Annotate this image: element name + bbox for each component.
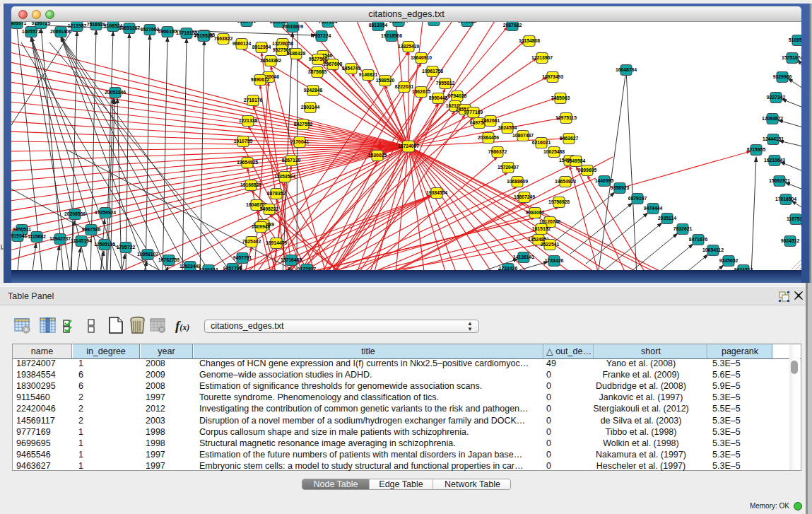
svg-text:2087682: 2087682	[503, 23, 522, 28]
svg-text:6966160: 6966160	[158, 29, 177, 34]
svg-text:5498222: 5498222	[260, 206, 279, 211]
svg-text:20364456: 20364456	[478, 135, 499, 140]
svg-text:8267130: 8267130	[282, 158, 301, 163]
svg-text:1213987: 1213987	[68, 23, 87, 28]
svg-text:8990448: 8990448	[429, 95, 448, 100]
svg-text:12213967: 12213967	[531, 55, 553, 60]
svg-text:13325419: 13325419	[398, 44, 419, 49]
svg-text:19384554: 19384554	[426, 190, 447, 195]
svg-text:8222031: 8222031	[395, 84, 414, 89]
svg-text:9329966: 9329966	[773, 74, 792, 79]
svg-text:7515526: 7515526	[194, 33, 213, 38]
svg-text:7357224: 7357224	[312, 33, 331, 38]
svg-text:19654923: 19654923	[555, 179, 576, 184]
svg-text:15716485: 15716485	[281, 257, 302, 262]
svg-text:8130334: 8130334	[199, 267, 218, 270]
svg-text:9660124: 9660124	[233, 41, 252, 46]
svg-text:9024512: 9024512	[734, 267, 753, 270]
svg-text:19218506: 19218506	[381, 33, 402, 38]
svg-text:1588520: 1588520	[376, 78, 395, 83]
svg-text:1527602: 1527602	[141, 27, 160, 32]
svg-text:10807487: 10807487	[512, 133, 534, 138]
svg-text:16782759: 16782759	[158, 257, 180, 262]
svg-text:1615152: 1615152	[532, 226, 551, 231]
svg-text:1010755: 1010755	[234, 139, 253, 144]
svg-text:18807249: 18807249	[514, 194, 535, 199]
svg-text:9474444: 9474444	[644, 206, 663, 211]
svg-text:9997586: 9997586	[82, 227, 101, 232]
svg-text:6216021: 6216021	[532, 140, 551, 145]
svg-text:6879197: 6879197	[628, 196, 647, 201]
svg-text:9463627: 9463627	[560, 136, 579, 141]
svg-text:9245021: 9245021	[458, 22, 477, 23]
svg-text:1405571: 1405571	[11, 22, 26, 25]
svg-text:7986372: 7986372	[488, 149, 507, 154]
svg-text:5109514: 5109514	[789, 37, 801, 42]
svg-text:9777169: 9777169	[464, 110, 483, 115]
svg-text:15692971: 15692971	[769, 178, 790, 183]
svg-text:9024512: 9024512	[781, 238, 800, 243]
svg-text:16543382: 16543382	[260, 58, 281, 63]
svg-text:9172937: 9172937	[298, 267, 317, 270]
svg-text:2522541: 2522541	[541, 242, 560, 247]
svg-text:16648784: 16648784	[616, 67, 637, 72]
svg-text:20691406: 20691406	[50, 29, 71, 34]
svg-text:14136141: 14136141	[513, 255, 534, 259]
svg-text:1167533: 1167533	[787, 216, 801, 221]
svg-text:11145194: 11145194	[71, 238, 92, 243]
svg-text:9245652: 9245652	[719, 258, 739, 263]
svg-text:3875685: 3875685	[308, 69, 327, 74]
svg-text:7462661: 7462661	[481, 118, 500, 123]
svg-text:10688609: 10688609	[507, 179, 528, 184]
svg-text:1440995: 1440995	[595, 178, 614, 183]
svg-text:7632621: 7632621	[673, 226, 693, 231]
svg-text:19654925: 19654925	[237, 160, 258, 165]
svg-text:12942737: 12942737	[49, 236, 71, 241]
svg-text:7625402: 7625402	[242, 239, 261, 244]
svg-text:10973493: 10973493	[542, 74, 563, 79]
svg-text:2437812: 2437812	[425, 22, 444, 23]
svg-text:8427552: 8427552	[294, 122, 313, 127]
svg-text:8912954: 8912954	[252, 45, 271, 49]
svg-text:9155725: 9155725	[32, 22, 51, 25]
svg-text:15751074: 15751074	[782, 55, 801, 60]
svg-text:16154808: 16154808	[519, 38, 540, 43]
svg-text:12093872: 12093872	[762, 116, 783, 121]
svg-text:9227342: 9227342	[767, 95, 786, 100]
svg-text:9358923: 9358923	[611, 185, 630, 190]
svg-text:2718176: 2718176	[244, 98, 263, 103]
svg-text:20053346: 20053346	[105, 90, 126, 95]
svg-text:3624554: 3624554	[498, 125, 517, 130]
svg-text:8613044: 8613044	[389, 22, 408, 23]
svg-text:2935114: 2935114	[658, 216, 676, 221]
svg-text:9457791: 9457791	[223, 266, 242, 270]
svg-text:6794028: 6794028	[448, 93, 467, 98]
svg-text:9890612: 9890612	[251, 77, 270, 82]
svg-text:10653267: 10653267	[119, 25, 140, 30]
svg-text:10958107: 10958107	[137, 252, 158, 257]
svg-text:2803144: 2803144	[301, 105, 320, 110]
svg-text:12923448: 12923448	[180, 264, 201, 269]
svg-text:9338705: 9338705	[237, 22, 257, 23]
svg-text:8813054: 8813054	[369, 23, 388, 28]
svg-text:9899695: 9899695	[578, 168, 597, 173]
svg-text:1530025: 1530025	[368, 153, 387, 158]
svg-text:1795722: 1795722	[117, 245, 136, 250]
svg-text:9084067: 9084067	[526, 210, 545, 215]
svg-text:16914479: 16914479	[266, 240, 287, 245]
svg-text:9527508: 9527508	[309, 57, 328, 62]
svg-text:16033809: 16033809	[282, 24, 303, 29]
svg-text:7663822: 7663822	[214, 36, 233, 41]
svg-text:16210643: 16210643	[764, 158, 785, 163]
svg-text:8186328: 8186328	[287, 51, 306, 56]
svg-text:18724007: 18724007	[398, 144, 419, 148]
svg-text:8878352: 8878352	[267, 191, 286, 196]
svg-text:1221338: 1221338	[239, 118, 258, 123]
svg-text:18640910: 18640910	[411, 55, 432, 60]
svg-text:1733426: 1733426	[499, 266, 518, 270]
svg-text:12975115: 12975115	[555, 115, 577, 120]
svg-text:1115682: 1115682	[28, 234, 46, 239]
svg-text:19756928: 19756928	[548, 199, 570, 204]
svg-text:1405571: 1405571	[22, 29, 41, 34]
svg-text:20206536: 20206536	[64, 211, 86, 216]
